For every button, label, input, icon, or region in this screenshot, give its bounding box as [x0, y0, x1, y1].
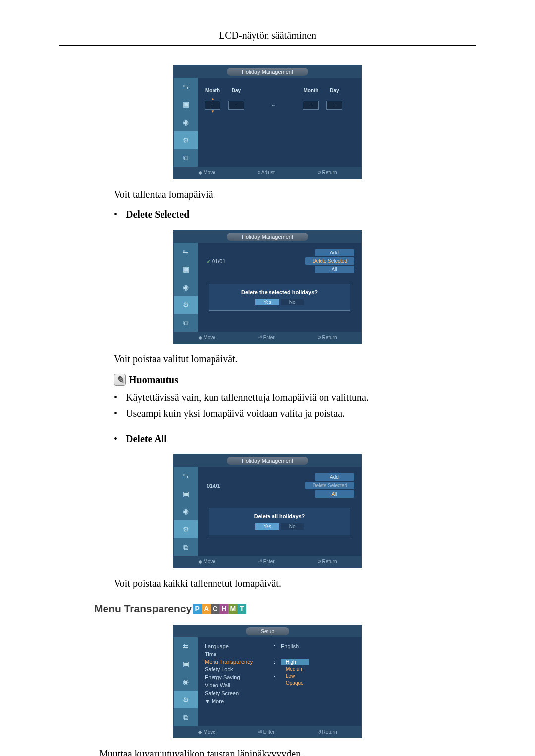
bullet-icon: • — [114, 408, 126, 419]
menu-transparency-heading: Menu Transparency P A C H M T — [94, 603, 476, 615]
osd-titlebar: Holiday Management — [174, 66, 361, 78]
picture-icon[interactable]: ▣ — [174, 655, 198, 673]
holiday-entry[interactable]: ✔01/01 — [205, 258, 228, 264]
osd-holiday-delete-all: Holiday Management ⇆ ▣ ◉ ⚙ ⧉ 01/01 Add D… — [173, 454, 362, 568]
mode-p-icon: P — [193, 604, 202, 614]
picture-icon[interactable]: ▣ — [174, 96, 198, 113]
delete-selected-button[interactable]: Delete Selected — [305, 482, 354, 489]
setup-safety-screen-label[interactable]: Safety Screen — [205, 690, 274, 696]
osd-holiday-delete-selected: Holiday Management ⇆ ▣ ◉ ⚙ ⧉ ✔01/01 Add … — [173, 230, 362, 344]
delete-selected-heading: Delete Selected — [126, 209, 189, 220]
confirm-dialog: Delete the selected holidays? Yes No — [209, 284, 350, 311]
text-delete-all: Voit poistaa kaikki tallennetut lomapäiv… — [114, 578, 476, 589]
setup-more-indicator[interactable]: ▼ More — [205, 698, 354, 704]
note-item-1: Käytettävissä vain, kun tallennettuja lo… — [126, 392, 369, 403]
setup-language-label[interactable]: Language — [205, 643, 274, 649]
transparency-opt-opaque[interactable]: Opaque — [281, 680, 309, 686]
confirm-dialog: Delete all holidays? Yes No — [209, 508, 350, 535]
footer-enter: ⏎ Enter — [258, 335, 275, 340]
input-icon[interactable]: ⇆ — [174, 467, 198, 485]
setup-icon[interactable]: ⚙ — [174, 296, 198, 314]
transparency-opt-high[interactable]: High — [281, 659, 309, 665]
osd-titlebar: Setup — [174, 625, 361, 637]
footer-enter: ⏎ Enter — [258, 559, 275, 564]
delete-all-button[interactable]: All — [315, 490, 354, 498]
picture-icon[interactable]: ▣ — [174, 260, 198, 278]
dialog-no-button[interactable]: No — [281, 523, 304, 530]
setup-video-wall-label[interactable]: Video Wall — [205, 682, 274, 688]
day-box-2[interactable]: -- — [326, 101, 342, 110]
osd-sidebar: ⇆ ▣ ◉ ⚙ ⧉ — [174, 467, 198, 556]
input-icon[interactable]: ⇆ — [174, 243, 198, 260]
text-transparency-desc: Muuttaa kuvaruutuvalikon taustan läpinäk… — [99, 748, 476, 756]
transparency-opt-medium[interactable]: Medium — [281, 666, 309, 672]
bullet-icon: • — [114, 392, 126, 403]
add-button[interactable]: Add — [315, 249, 354, 256]
setup-safety-lock-label[interactable]: Safety Lock — [205, 666, 274, 672]
bullet-icon: • — [114, 209, 126, 220]
multi-icon[interactable]: ⧉ — [174, 708, 198, 726]
transparency-opt-low[interactable]: Low — [281, 673, 309, 679]
text-delete-selected: Voit poistaa valitut lomapäivät. — [114, 353, 476, 365]
setup-energy-saving-label[interactable]: Energy Saving — [205, 674, 274, 680]
month-box-2[interactable]: -- — [303, 101, 319, 110]
sound-icon[interactable]: ◉ — [174, 503, 198, 520]
day-box-1[interactable]: -- — [228, 101, 244, 110]
delete-selected-button[interactable]: Delete Selected — [305, 257, 354, 265]
setup-icon[interactable]: ⚙ — [174, 520, 198, 538]
sound-icon[interactable]: ◉ — [174, 113, 198, 131]
footer-move: ◆ Move — [198, 170, 215, 175]
month-box-1[interactable]: -- — [205, 101, 220, 110]
note-item-2: Useampi kuin yksi lomapäivä voidaan vali… — [126, 408, 345, 419]
text-save-holidays: Voit tallentaa lomapäiviä. — [114, 189, 476, 200]
holiday-entry[interactable]: 01/01 — [205, 483, 222, 489]
mode-t-icon: T — [237, 604, 246, 614]
sound-icon[interactable]: ◉ — [174, 278, 198, 296]
osd-titlebar: Holiday Management — [174, 455, 361, 467]
osd-title: Setup — [246, 627, 290, 635]
setup-icon[interactable]: ⚙ — [174, 691, 198, 708]
dialog-yes-button[interactable]: Yes — [255, 299, 279, 305]
osd-sidebar: ⇆ ▣ ◉ ⚙ ⧉ — [174, 243, 198, 332]
multi-icon[interactable]: ⧉ — [174, 149, 198, 167]
month-label-2: Month — [303, 88, 319, 93]
month-label-1: Month — [205, 88, 220, 93]
osd-title: Holiday Management — [227, 233, 308, 241]
delete-all-heading: Delete All — [126, 433, 167, 445]
sound-icon[interactable]: ◉ — [174, 673, 198, 691]
footer-return: ↺ Return — [317, 170, 337, 175]
dialog-yes-button[interactable]: Yes — [255, 523, 279, 530]
osd-sidebar: ⇆ ▣ ◉ ⚙ ⧉ — [174, 637, 198, 726]
footer-move: ◆ Move — [198, 729, 215, 735]
multi-icon[interactable]: ⧉ — [174, 538, 198, 556]
osd-sidebar: ⇆ ▣ ◉ ⚙ ⧉ — [174, 78, 198, 167]
dialog-no-button[interactable]: No — [281, 299, 304, 305]
note-icon: ✎ — [114, 374, 126, 386]
footer-enter: ⏎ Enter — [258, 729, 275, 735]
footer-move: ◆ Move — [198, 335, 215, 340]
multi-icon[interactable]: ⧉ — [174, 314, 198, 332]
input-icon[interactable]: ⇆ — [174, 78, 198, 96]
check-icon: ✔ — [207, 259, 211, 264]
mode-a-icon: A — [202, 604, 211, 614]
setup-language-value: English — [281, 643, 299, 649]
day-label-1: Day — [228, 88, 244, 93]
add-button[interactable]: Add — [315, 473, 354, 481]
osd-setup: Setup ⇆ ▣ ◉ ⚙ ⧉ Language:English Time Me… — [173, 625, 362, 738]
footer-move: ◆ Move — [198, 559, 215, 564]
osd-titlebar: Holiday Management — [174, 231, 361, 243]
header-rule — [59, 45, 476, 46]
osd-holiday-add: Holiday Management ⇆ ▣ ◉ ⚙ ⧉ Month ▲ — [173, 65, 362, 179]
footer-return: ↺ Return — [317, 729, 337, 735]
mode-m-icon: M — [228, 604, 237, 614]
setup-time-label[interactable]: Time — [205, 651, 274, 657]
input-icon[interactable]: ⇆ — [174, 637, 198, 655]
bullet-icon: • — [114, 433, 126, 445]
note-label: Huomautus — [129, 374, 178, 386]
date-separator: ~ — [269, 103, 278, 109]
delete-all-button[interactable]: All — [315, 266, 354, 273]
setup-icon[interactable]: ⚙ — [174, 131, 198, 149]
day-label-2: Day — [326, 88, 342, 93]
picture-icon[interactable]: ▣ — [174, 485, 198, 503]
footer-adjust: ◊ Adjust — [258, 170, 275, 175]
